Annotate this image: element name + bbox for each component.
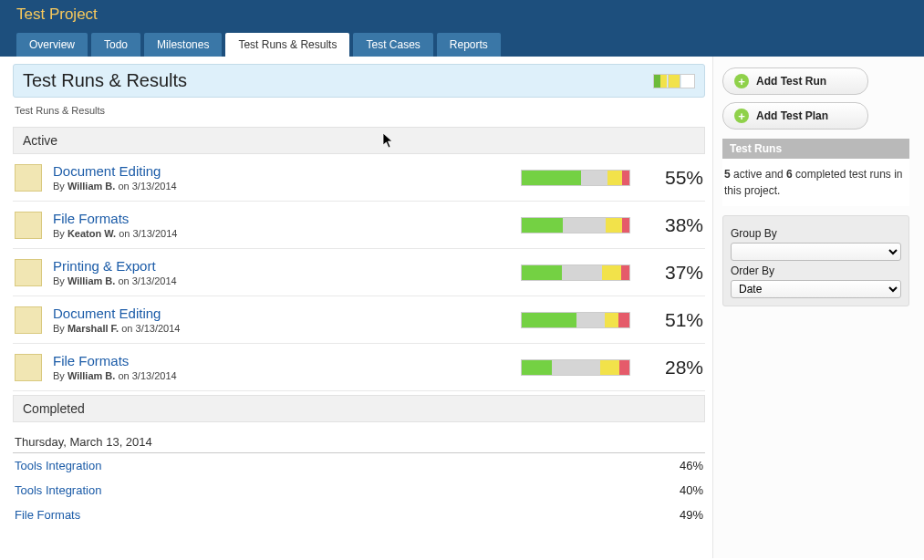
run-checkbox[interactable] xyxy=(15,354,42,381)
run-checkbox[interactable] xyxy=(15,164,42,192)
section-active: Active xyxy=(13,127,705,154)
tab-test-cases[interactable]: Test Cases xyxy=(353,33,432,57)
run-name-link[interactable]: Printing & Export xyxy=(53,258,521,274)
tab-milestones[interactable]: Milestones xyxy=(144,33,222,57)
plus-icon: + xyxy=(734,74,749,88)
run-row: File FormatsBy Keaton W. on 3/13/201438% xyxy=(13,202,705,249)
run-checkbox[interactable] xyxy=(15,212,42,239)
completed-row: File Formats49% xyxy=(13,503,705,527)
breadcrumb: Test Runs & Results xyxy=(13,98,705,123)
run-meta: By William B. on 3/13/2014 xyxy=(53,370,521,381)
tab-todo[interactable]: Todo xyxy=(91,33,140,57)
nav-tabs: OverviewTodoMilestonesTest Runs & Result… xyxy=(16,33,908,57)
run-name-link[interactable]: Document Editing xyxy=(53,306,521,321)
run-meta: By William B. on 3/13/2014 xyxy=(53,181,521,192)
tab-overview[interactable]: Overview xyxy=(16,33,88,57)
run-name-link[interactable]: File Formats xyxy=(53,211,521,226)
summary-completed-count: 6 xyxy=(786,168,793,181)
run-percent: 37% xyxy=(649,262,703,284)
view-detail-icon[interactable] xyxy=(681,75,694,88)
run-meta: By Keaton W. on 3/13/2014 xyxy=(53,228,521,239)
run-percent: 55% xyxy=(649,167,703,189)
run-row: Document EditingBy Marshall F. on 3/13/2… xyxy=(13,296,705,344)
run-row: Document EditingBy William B. on 3/13/20… xyxy=(13,154,705,202)
tab-test-runs-results[interactable]: Test Runs & Results xyxy=(225,33,349,57)
run-name-link[interactable]: File Formats xyxy=(53,353,521,368)
group-by-select[interactable] xyxy=(731,243,901,261)
completed-row: Tools Integration40% xyxy=(13,478,705,503)
run-percent: 51% xyxy=(649,309,703,331)
run-meta: By William B. on 3/13/2014 xyxy=(53,275,521,286)
run-percent: 38% xyxy=(649,214,703,236)
run-checkbox[interactable] xyxy=(15,259,42,286)
order-by-select[interactable]: Date xyxy=(731,280,901,298)
run-percent: 28% xyxy=(649,357,703,379)
completed-row: Tools Integration46% xyxy=(13,453,705,478)
add-test-plan-button[interactable]: + Add Test Plan xyxy=(722,102,868,130)
completed-run-link[interactable]: Tools Integration xyxy=(15,459,680,472)
view-grid-icon[interactable] xyxy=(654,75,667,88)
run-progress-bar xyxy=(521,217,630,233)
group-by-label: Group By xyxy=(731,227,901,240)
completed-date-heading: Thursday, March 13, 2014 xyxy=(13,428,705,453)
sidebar-panel-head: Test Runs xyxy=(722,139,909,159)
run-row: File FormatsBy William B. on 3/13/201428… xyxy=(13,344,705,391)
add-test-plan-label: Add Test Plan xyxy=(756,109,828,122)
run-progress-bar xyxy=(521,359,630,376)
run-row: Printing & ExportBy William B. on 3/13/2… xyxy=(13,249,705,296)
run-meta: By Marshall F. on 3/13/2014 xyxy=(53,323,521,334)
page-title: Test Runs & Results xyxy=(23,70,187,91)
completed-percent: 49% xyxy=(680,508,703,522)
add-test-run-label: Add Test Run xyxy=(756,75,826,88)
page-title-bar: Test Runs & Results xyxy=(13,64,705,98)
filter-panel: Group By Order By Date xyxy=(722,215,909,306)
run-progress-bar xyxy=(521,312,630,328)
tab-reports[interactable]: Reports xyxy=(437,33,501,57)
summary-mid: active and xyxy=(731,168,786,181)
project-title[interactable]: Test Project xyxy=(16,5,908,33)
completed-run-link[interactable]: Tools Integration xyxy=(15,483,680,497)
add-test-run-button[interactable]: + Add Test Run xyxy=(722,67,868,95)
run-checkbox[interactable] xyxy=(15,306,42,334)
view-list-icon[interactable] xyxy=(668,75,680,88)
view-switcher xyxy=(653,74,695,88)
completed-percent: 46% xyxy=(680,459,703,472)
plus-icon: + xyxy=(734,109,749,123)
run-progress-bar xyxy=(521,264,630,281)
summary-active-count: 5 xyxy=(724,168,731,181)
order-by-label: Order By xyxy=(731,264,901,277)
sidebar-summary: 5 active and 6 completed test runs in th… xyxy=(722,159,909,206)
completed-run-link[interactable]: File Formats xyxy=(15,508,680,522)
run-name-link[interactable]: Document Editing xyxy=(53,163,521,179)
completed-percent: 40% xyxy=(680,483,703,497)
run-progress-bar xyxy=(521,170,630,186)
section-completed: Completed xyxy=(13,395,705,422)
